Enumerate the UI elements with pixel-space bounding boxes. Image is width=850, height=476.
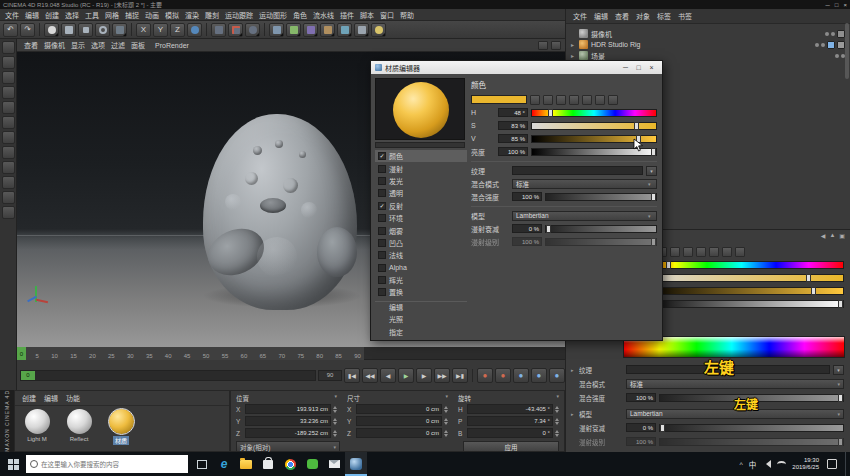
- play-button[interactable]: ▶: [398, 368, 414, 383]
- timeline-slider-handle[interactable]: 0: [21, 371, 35, 380]
- material-item[interactable]: 材质: [104, 409, 138, 445]
- dialog-close-button[interactable]: ×: [645, 62, 658, 73]
- rotation-key-toggle[interactable]: ●: [549, 368, 565, 383]
- volume-icon[interactable]: [762, 460, 771, 468]
- diffuse-falloff-slider[interactable]: [659, 424, 844, 432]
- saturation-slider[interactable]: [639, 274, 844, 282]
- channel-checkbox[interactable]: ✓: [378, 202, 386, 210]
- mix-strength-field[interactable]: 100 %: [512, 192, 542, 201]
- mix-mode-select[interactable]: 标准 ▾: [512, 179, 657, 189]
- input-method-indicator[interactable]: 中: [749, 459, 757, 470]
- prev-key-button[interactable]: ◀◀: [362, 368, 378, 383]
- render-picture-viewer-icon[interactable]: [228, 23, 243, 37]
- workplane-snap-icon[interactable]: [2, 191, 15, 204]
- preview-size-bar[interactable]: [375, 142, 465, 148]
- value-stepper[interactable]: [444, 418, 448, 425]
- channel-row[interactable]: Alpha: [375, 262, 467, 274]
- edges-mode-icon[interactable]: [2, 116, 15, 129]
- menu-item[interactable]: 编辑: [41, 393, 61, 403]
- menu-item[interactable]: 动画: [142, 10, 162, 20]
- channel-checkbox[interactable]: [378, 227, 386, 235]
- material-preview[interactable]: [375, 78, 465, 140]
- channel-checkbox[interactable]: [378, 264, 386, 272]
- viewport-menu-item[interactable]: 查看: [21, 40, 41, 50]
- scale-tool-icon[interactable]: [78, 23, 93, 37]
- start-button[interactable]: [0, 452, 26, 476]
- channel-checkbox[interactable]: [378, 189, 386, 197]
- slider-handle[interactable]: [548, 109, 553, 117]
- menu-item[interactable]: 对象: [633, 11, 653, 21]
- channel-checkbox[interactable]: [378, 165, 386, 173]
- slider-handle[interactable]: [651, 238, 656, 246]
- spline-pen-icon[interactable]: [286, 23, 301, 37]
- menu-item[interactable]: 书签: [675, 11, 695, 21]
- channel-checkbox[interactable]: [378, 177, 386, 185]
- viewport-solo-icon[interactable]: [2, 161, 15, 174]
- color-wheel-icon[interactable]: [530, 95, 540, 105]
- search-input[interactable]: [41, 461, 184, 468]
- channel-row[interactable]: 透明: [375, 187, 467, 199]
- menu-item[interactable]: 脚本: [357, 10, 377, 20]
- texture-browse-button[interactable]: ▾: [833, 365, 844, 375]
- color-swatches-icon[interactable]: [595, 95, 605, 105]
- menu-item[interactable]: 标签: [654, 11, 674, 21]
- tray-overflow-button[interactable]: ^: [740, 461, 743, 468]
- position-key-toggle[interactable]: ●: [513, 368, 529, 383]
- object-row[interactable]: ▸ HDR Studio Rig: [566, 39, 850, 50]
- menu-item[interactable]: 渲染: [182, 10, 202, 20]
- goto-start-button[interactable]: ▮◀: [344, 368, 360, 383]
- menu-item[interactable]: 选择: [62, 10, 82, 20]
- points-mode-icon[interactable]: [2, 101, 15, 114]
- channel-row[interactable]: 烟雾: [375, 224, 467, 236]
- illumination-model-select[interactable]: Lambertian ▾: [512, 211, 657, 221]
- slider-handle[interactable]: [651, 193, 656, 201]
- floor-object-icon[interactable]: [337, 23, 352, 37]
- menu-item[interactable]: 雕刻: [202, 10, 222, 20]
- taskbar-clock[interactable]: 19:30 2019/6/25: [792, 457, 819, 472]
- lock-x-axis-button[interactable]: X: [136, 23, 151, 37]
- menu-item[interactable]: 创建: [42, 10, 62, 20]
- show-desktop-button[interactable]: [845, 452, 849, 476]
- object-row[interactable]: 摄像机: [566, 28, 850, 39]
- record-keyframe-button[interactable]: ●: [477, 368, 493, 383]
- menu-item[interactable]: 捕捉: [122, 10, 142, 20]
- visibility-dot[interactable]: [831, 32, 835, 36]
- chevron-right-icon[interactable]: ▸: [571, 411, 576, 417]
- channel-checkbox[interactable]: [378, 251, 386, 259]
- add-cube-icon[interactable]: [269, 23, 284, 37]
- slider-handle[interactable]: [546, 225, 551, 233]
- material-item[interactable]: Reflect: [62, 409, 96, 445]
- render-view-icon[interactable]: [211, 23, 226, 37]
- coordinate-input[interactable]: 33.236 cm: [245, 416, 331, 426]
- render-settings-icon[interactable]: [245, 23, 260, 37]
- slider-handle[interactable]: [838, 300, 843, 308]
- coordinate-system-icon[interactable]: [187, 23, 202, 37]
- color-swatches-icon[interactable]: [722, 247, 732, 257]
- goto-end-button[interactable]: ▶▮: [452, 368, 468, 383]
- deformer-icon[interactable]: [320, 23, 335, 37]
- hsv-sliders-icon[interactable]: [569, 95, 579, 105]
- expand-icon[interactable]: ▸: [571, 41, 576, 48]
- menu-item[interactable]: 插件: [337, 10, 357, 20]
- texture-field[interactable]: [512, 166, 643, 175]
- slider-handle[interactable]: [660, 424, 665, 432]
- apply-button[interactable]: 应用: [463, 441, 559, 452]
- chevron-down-icon[interactable]: ▾: [445, 393, 448, 403]
- channel-row[interactable]: 法线: [375, 249, 467, 261]
- diffuse-falloff-field[interactable]: 0 %: [512, 224, 542, 233]
- undo-button[interactable]: ↶: [3, 23, 18, 37]
- channel-row[interactable]: 辉光: [375, 274, 467, 286]
- live-selection-icon[interactable]: [44, 23, 59, 37]
- end-frame-field[interactable]: 90: [318, 370, 342, 381]
- maximize-button[interactable]: □: [835, 2, 839, 8]
- history-back-icon[interactable]: ◀: [821, 232, 826, 239]
- slider-handle[interactable]: [838, 394, 843, 402]
- panel-menu-icon[interactable]: ▣: [839, 232, 845, 239]
- rgb-sliders-icon[interactable]: [556, 95, 566, 105]
- value-stepper[interactable]: [555, 430, 559, 437]
- task-view-button[interactable]: [191, 452, 213, 476]
- close-button[interactable]: ×: [843, 2, 847, 8]
- coordinate-input[interactable]: 0 °: [467, 428, 553, 438]
- color-picker-icon[interactable]: [608, 95, 618, 105]
- action-center-icon[interactable]: [827, 459, 837, 469]
